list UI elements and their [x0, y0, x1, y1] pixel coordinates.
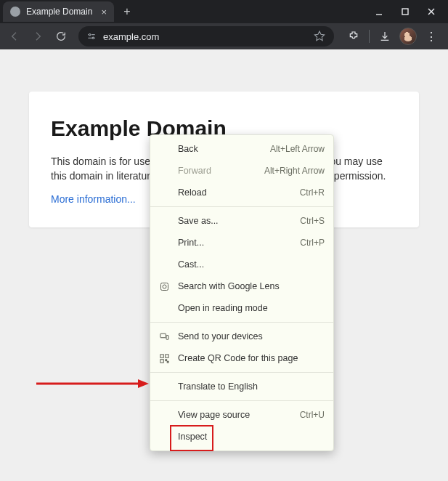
context-menu-separator — [150, 372, 333, 373]
context-menu-separator — [150, 206, 333, 207]
address-bar[interactable]: example.com — [78, 26, 334, 47]
toolbar-separator — [369, 30, 370, 43]
context-menu-item-shortcut: Ctrl+S — [300, 216, 325, 226]
context-menu-item-create-qr-code-for-this-page[interactable]: Create QR Code for this page — [150, 347, 333, 369]
avatar-icon — [399, 28, 417, 45]
extensions-button[interactable] — [344, 27, 363, 46]
context-menu-item-reload[interactable]: ReloadCtrl+R — [150, 182, 333, 203]
context-menu: BackAlt+Left ArrowForwardAlt+Right Arrow… — [150, 134, 334, 451]
site-settings-icon[interactable] — [86, 31, 97, 42]
context-menu-item-shortcut: Alt+Left Arrow — [270, 144, 325, 154]
context-menu-item-label: Send to your devices — [178, 331, 325, 341]
svg-rect-14 — [160, 334, 166, 338]
svg-point-13 — [163, 285, 166, 288]
minimize-button[interactable] — [371, 4, 387, 20]
context-menu-item-label: View page source — [178, 410, 291, 420]
context-menu-item-open-in-reading-mode[interactable]: Open in reading mode — [150, 297, 333, 319]
close-window-button[interactable] — [423, 4, 439, 20]
context-menu-item-label: Inspect — [178, 432, 325, 442]
forward-button[interactable] — [28, 26, 48, 47]
context-menu-item-send-to-your-devices[interactable]: Send to your devices — [150, 326, 333, 347]
reload-button[interactable] — [51, 26, 71, 47]
context-menu-item-label: Back — [178, 144, 261, 154]
context-menu-item-inspect[interactable]: Inspect — [150, 426, 333, 448]
profile-avatar[interactable] — [399, 27, 418, 46]
svg-point-4 — [89, 34, 91, 36]
maximize-button[interactable] — [397, 4, 413, 20]
close-tab-icon[interactable]: × — [101, 7, 107, 17]
context-menu-item-label: Create QR Code for this page — [178, 353, 325, 363]
lens-icon — [158, 280, 171, 293]
back-button[interactable] — [4, 26, 25, 47]
bookmark-star-icon[interactable] — [314, 30, 327, 43]
context-menu-item-shortcut: Ctrl+R — [300, 187, 325, 198]
page-viewport: Example Domain This domain is for use in… — [0, 49, 448, 481]
context-menu-item-cast[interactable]: Cast... — [150, 254, 333, 275]
url-text: example.com — [103, 31, 314, 42]
svg-marker-22 — [138, 379, 149, 388]
context-menu-separator — [150, 322, 333, 323]
context-menu-item-shortcut: Ctrl+U — [300, 410, 325, 420]
chrome-menu-button[interactable]: ⋮ — [422, 27, 441, 46]
svg-rect-12 — [160, 283, 168, 290]
context-menu-item-label: Open in reading mode — [178, 303, 325, 313]
context-menu-item-print[interactable]: Print...Ctrl+P — [150, 232, 333, 254]
context-menu-item-label: Search with Google Lens — [178, 281, 325, 291]
downloads-button[interactable] — [375, 27, 394, 46]
browser-tab[interactable]: Example Domain × — [3, 1, 114, 22]
context-menu-item-forward: ForwardAlt+Right Arrow — [150, 160, 333, 182]
devices-icon — [158, 330, 171, 343]
context-menu-item-label: Reload — [178, 187, 291, 198]
svg-rect-16 — [160, 354, 163, 357]
context-menu-item-shortcut: Alt+Right Arrow — [264, 166, 325, 176]
context-menu-item-save-as[interactable]: Save as...Ctrl+S — [150, 210, 333, 232]
context-menu-item-back[interactable]: BackAlt+Left Arrow — [150, 138, 333, 160]
context-menu-item-label: Cast... — [178, 259, 325, 270]
svg-rect-19 — [165, 359, 166, 360]
context-menu-item-search-with-google-lens[interactable]: Search with Google Lens — [150, 275, 333, 297]
context-menu-separator — [150, 400, 333, 401]
svg-rect-17 — [165, 354, 168, 357]
svg-point-7 — [92, 37, 94, 39]
context-menu-item-label: Save as... — [178, 216, 291, 226]
svg-rect-20 — [167, 361, 168, 363]
tab-title: Example Domain — [26, 7, 92, 17]
tab-strip: Example Domain × + — [0, 0, 448, 23]
context-menu-item-translate-to-english[interactable]: Translate to English — [150, 376, 333, 397]
more-info-link[interactable]: More information... — [51, 193, 136, 205]
tab-favicon-icon — [10, 7, 20, 17]
svg-rect-18 — [160, 359, 163, 362]
svg-rect-15 — [166, 335, 168, 339]
context-menu-item-label: Forward — [178, 166, 256, 176]
qr-icon — [158, 352, 171, 365]
annotation-arrow — [36, 379, 149, 389]
context-menu-item-label: Translate to English — [178, 381, 325, 392]
svg-rect-1 — [402, 9, 408, 15]
svg-marker-10 — [314, 31, 324, 41]
new-tab-button[interactable]: + — [118, 3, 136, 20]
context-menu-item-view-page-source[interactable]: View page sourceCtrl+U — [150, 404, 333, 426]
context-menu-item-shortcut: Ctrl+P — [300, 238, 325, 248]
context-menu-item-label: Print... — [178, 238, 291, 248]
toolbar: example.com ⋮ — [0, 23, 448, 49]
window-controls — [371, 4, 445, 20]
